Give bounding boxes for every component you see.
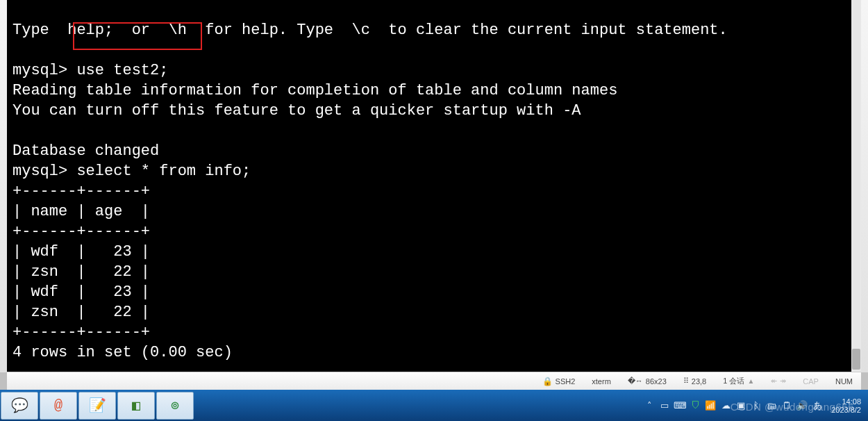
status-ssh: 🔒SSH2 xyxy=(542,377,576,386)
tray-up-icon[interactable]: ˄ xyxy=(644,400,655,411)
taskbar-clock[interactable]: 14:08 2023/8/2 xyxy=(831,397,861,414)
table-border-mid: +------+------+ xyxy=(12,223,150,240)
status-num: NUM xyxy=(835,377,853,386)
system-tray[interactable]: ˄ ▭ ⌨ ⛉ 📶 ☁ ▣ ᛒ 🖴 🗒 🔊 あ 14:08 2023/8/2 xyxy=(637,397,868,414)
status-nav-arrows: ↞ ↠ xyxy=(771,377,786,386)
ime-icon[interactable]: あ xyxy=(812,400,823,411)
status-cap: CAP xyxy=(803,377,819,386)
drive-icon[interactable]: 🖴 xyxy=(766,400,777,411)
spiral-icon: @ xyxy=(54,397,62,413)
table-header-row: | name | age | xyxy=(12,203,150,220)
lock-icon: 🔒 xyxy=(542,377,553,386)
taskbar-app-spiral[interactable]: @ xyxy=(40,392,77,420)
green-square-icon: ◧ xyxy=(132,397,140,414)
table-row: | wdf | 23 | xyxy=(12,283,150,301)
arrow-right-icon: ↠ xyxy=(780,377,786,386)
wifi-icon[interactable]: 📶 xyxy=(705,400,716,411)
table-row: | zsn | 22 | xyxy=(12,263,150,281)
mysql-prompt: mysql> xyxy=(12,62,67,79)
arrow-left-icon: ↞ xyxy=(771,377,777,386)
status-term: xterm xyxy=(592,377,611,386)
notepad-icon: 📝 xyxy=(89,397,106,414)
volume-icon[interactable]: 🔊 xyxy=(796,400,808,411)
bluetooth-icon[interactable]: ᛒ xyxy=(751,400,762,411)
cmd-use-test2: use test2; xyxy=(67,62,168,79)
keyboard-icon[interactable]: ⌨ xyxy=(674,400,685,411)
result-footer: 4 rows in set (0.00 sec) xyxy=(12,344,233,361)
display-icon[interactable]: ▣ xyxy=(735,400,746,411)
table-row: | wdf | 23 | xyxy=(12,243,150,261)
battery-icon[interactable]: ▭ xyxy=(659,400,670,411)
note-icon[interactable]: 🗒 xyxy=(781,400,792,411)
taskbar-app-green[interactable]: ◧ xyxy=(117,392,155,420)
window-right-border xyxy=(861,0,868,372)
cloud-icon[interactable]: ☁ xyxy=(720,400,731,411)
terminal-prev-line: Type help; or \h for help. Type \c to cl… xyxy=(12,22,728,39)
status-size: �⁠↔86x23 xyxy=(628,377,667,386)
terminal[interactable]: Type help; or \h for help. Type \c to cl… xyxy=(7,0,861,372)
status-bar: 🔒SSH2 xterm �⁠↔86x23 ⠿23,8 1 会话 ▲ ↞ ↠ CA… xyxy=(7,372,861,390)
table-border-bot: +------+------+ xyxy=(12,324,150,341)
cmd-select-info: mysql> select * from info; xyxy=(12,163,251,180)
status-pos: ⠿23,8 xyxy=(683,377,706,386)
taskbar-app-notepadpp[interactable]: 📝 xyxy=(78,392,116,420)
taskbar-app-wechat[interactable]: 💬 xyxy=(1,392,38,420)
globe-icon: ⊚ xyxy=(171,397,179,414)
position-icon: ⠿ xyxy=(683,377,689,386)
msg-reading-1: Reading table information for completion… xyxy=(12,82,617,99)
shield-icon[interactable]: ⛉ xyxy=(690,400,701,411)
taskbar-app-browser[interactable]: ⊚ xyxy=(156,392,194,420)
chevron-up-icon: ▲ xyxy=(747,377,754,385)
table-row: | zsn | 22 | xyxy=(12,304,150,321)
taskbar[interactable]: 💬 @ 📝 ◧ ⊚ ˄ ▭ ⌨ ⛉ 📶 ☁ ▣ ᛒ 🖴 🗒 🔊 あ 14:08 … xyxy=(0,390,868,421)
wechat-icon: 💬 xyxy=(11,397,28,414)
scrollbar-thumb[interactable] xyxy=(852,349,860,370)
msg-reading-2: You can turn off this feature to get a q… xyxy=(12,102,581,119)
msg-db-changed: Database changed xyxy=(12,142,159,160)
table-border-top: +------+------+ xyxy=(12,183,150,200)
resize-icon: �⁠↔ xyxy=(628,377,643,386)
status-sessions[interactable]: 1 会话 ▲ xyxy=(723,376,754,386)
